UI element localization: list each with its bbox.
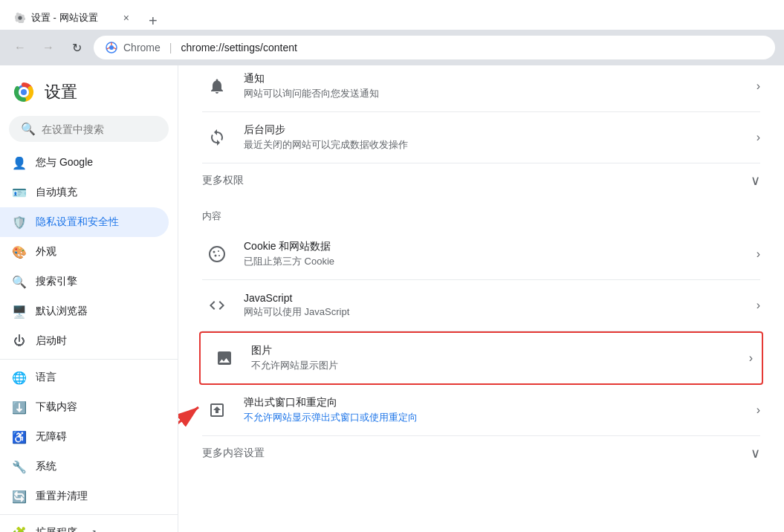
svg-point-1 bbox=[109, 45, 114, 50]
svg-point-6 bbox=[21, 89, 27, 95]
popups-subtitle: 不允许网站显示弹出式窗口或使用重定向 bbox=[244, 411, 751, 424]
sidebar-item-reset[interactable]: 🔄 重置并清理 bbox=[0, 481, 178, 511]
background-sync-subtitle: 最近关闭的网站可以完成数据收发操作 bbox=[244, 138, 751, 152]
javascript-text: JavaScript 网站可以使用 JavaScript bbox=[244, 292, 751, 319]
address-divider: | bbox=[169, 42, 172, 53]
palette-icon: 🎨 bbox=[12, 244, 27, 259]
svg-point-9 bbox=[218, 250, 219, 252]
shield-icon: 🛡️ bbox=[12, 215, 27, 230]
background-sync-text: 后台同步 最近关闭的网站可以完成数据收发操作 bbox=[244, 123, 751, 152]
notifications-title: 通知 bbox=[244, 72, 751, 85]
sidebar-item-search[interactable]: 🔍 搜索引擎 bbox=[0, 267, 178, 296]
external-link-icon: ↗ bbox=[89, 528, 97, 532]
images-subtitle: 不允许网站显示图片 bbox=[251, 359, 743, 372]
background-sync-title: 后台同步 bbox=[244, 123, 751, 137]
popups-title: 弹出式窗口和重定向 bbox=[244, 396, 751, 409]
sidebar: 设置 🔍 👤 您与 Google 🪪 自动填充 🛡️ 隐私设置和安全性 bbox=[0, 65, 178, 532]
sync-icon bbox=[208, 129, 226, 146]
active-tab[interactable]: 设置 - 网站设置 × bbox=[6, 6, 140, 30]
sidebar-item-system[interactable]: 🔧 系统 bbox=[0, 452, 178, 481]
sidebar-item-profile[interactable]: 👤 您与 Google bbox=[0, 148, 178, 178]
more-permissions-chevron: ∨ bbox=[751, 172, 760, 189]
cookie-icon bbox=[208, 245, 226, 263]
javascript-item[interactable]: JavaScript 网站可以使用 JavaScript › bbox=[202, 280, 760, 331]
sidebar-label-browser: 默认浏览器 bbox=[36, 305, 88, 318]
settings-header: 设置 bbox=[0, 71, 178, 116]
content-section: 通知 网站可以询问能否向您发送通知 › 后台同步 最近关闭的网站可以完成数据收发… bbox=[178, 65, 784, 470]
sidebar-item-language[interactable]: 🌐 语言 bbox=[0, 363, 178, 392]
chrome-icon bbox=[106, 42, 117, 53]
address-url: chrome://settings/content bbox=[181, 42, 297, 53]
address-protocol: Chrome bbox=[123, 42, 161, 53]
new-tab-button[interactable]: + bbox=[143, 13, 163, 30]
search-bar[interactable]: 🔍 bbox=[9, 116, 169, 142]
notifications-item[interactable]: 通知 网站可以询问能否向您发送通知 › bbox=[202, 65, 760, 112]
svg-point-11 bbox=[218, 255, 220, 256]
sidebar-item-appearance[interactable]: 🎨 外观 bbox=[0, 237, 178, 267]
main-content: 通知 网站可以询问能否向您发送通知 › 后台同步 最近关闭的网站可以完成数据收发… bbox=[178, 65, 784, 532]
sidebar-label-privacy: 隐私设置和安全性 bbox=[36, 215, 119, 229]
address-bar: ← → ↻ Chrome | chrome://settings/content bbox=[0, 30, 784, 65]
person-icon: 👤 bbox=[12, 155, 27, 170]
tab-close-button[interactable]: × bbox=[122, 10, 131, 25]
sidebar-label-language: 语言 bbox=[36, 371, 56, 384]
cookies-text: Cookie 和网站数据 已阻止第三方 Cookie bbox=[244, 240, 751, 268]
address-field[interactable]: Chrome | chrome://settings/content bbox=[94, 36, 775, 59]
content-label: 内容 bbox=[202, 210, 221, 221]
more-content-label: 更多内容设置 bbox=[202, 447, 265, 460]
tab-bar: 设置 - 网站设置 × + bbox=[0, 0, 784, 30]
content-section-header: 内容 bbox=[202, 198, 760, 229]
image-icon-container bbox=[210, 343, 239, 373]
back-button[interactable]: ← bbox=[9, 36, 31, 59]
images-text: 图片 不允许网站显示图片 bbox=[251, 344, 743, 372]
download-icon: ⬇️ bbox=[12, 400, 27, 415]
more-content-section[interactable]: 更多内容设置 ∨ bbox=[202, 436, 760, 470]
sidebar-item-privacy[interactable]: 🛡️ 隐私设置和安全性 bbox=[0, 207, 169, 237]
search-engine-icon: 🔍 bbox=[12, 274, 27, 289]
sidebar-label-accessibility: 无障碍 bbox=[36, 430, 67, 444]
popups-item[interactable]: 弹出式窗口和重定向 不允许网站显示弹出式窗口或使用重定向 › bbox=[202, 385, 760, 436]
popups-text: 弹出式窗口和重定向 不允许网站显示弹出式窗口或使用重定向 bbox=[244, 396, 751, 424]
more-permissions-section[interactable]: 更多权限 ∨ bbox=[202, 163, 760, 198]
sidebar-item-extensions[interactable]: 🧩 扩展程序 ↗ bbox=[0, 518, 178, 532]
red-arrow-annotation bbox=[178, 392, 217, 437]
code-icon bbox=[208, 296, 226, 314]
background-sync-item[interactable]: 后台同步 最近关闭的网站可以完成数据收发操作 › bbox=[202, 112, 760, 163]
sidebar-label-appearance: 外观 bbox=[36, 245, 56, 259]
tab-icon bbox=[15, 13, 25, 23]
sidebar-item-downloads[interactable]: ⬇️ 下载内容 bbox=[0, 392, 178, 422]
cookies-title: Cookie 和网站数据 bbox=[244, 240, 751, 253]
sidebar-label-search: 搜索引擎 bbox=[36, 275, 77, 288]
images-title: 图片 bbox=[251, 344, 743, 357]
sidebar-label-autofill: 自动填充 bbox=[36, 186, 77, 199]
sidebar-item-browser[interactable]: 🖥️ 默认浏览器 bbox=[0, 296, 178, 326]
search-input[interactable] bbox=[42, 123, 157, 135]
images-item[interactable]: 图片 不允许网站显示图片 › bbox=[199, 331, 763, 385]
cookies-item[interactable]: Cookie 和网站数据 已阻止第三方 Cookie › bbox=[202, 229, 760, 280]
refresh-button[interactable]: ↻ bbox=[65, 36, 88, 59]
forward-button[interactable]: → bbox=[37, 36, 59, 59]
sidebar-item-accessibility[interactable]: ♿ 无障碍 bbox=[0, 422, 178, 452]
bell-icon-container bbox=[202, 71, 232, 101]
images-chevron: › bbox=[749, 351, 753, 365]
cookie-icon-container bbox=[202, 239, 232, 269]
sidebar-nav: 👤 您与 Google 🪪 自动填充 🛡️ 隐私设置和安全性 🎨 外观 🔍 搜 bbox=[0, 148, 178, 532]
sync-icon-container bbox=[202, 123, 232, 152]
sidebar-label-downloads: 下载内容 bbox=[36, 400, 77, 414]
javascript-title: JavaScript bbox=[244, 292, 751, 304]
sidebar-item-startup[interactable]: ⏻ 启动时 bbox=[0, 326, 178, 356]
javascript-chevron: › bbox=[757, 299, 760, 312]
autofill-icon: 🪪 bbox=[12, 185, 27, 200]
bell-icon bbox=[208, 77, 226, 95]
search-icon: 🔍 bbox=[21, 122, 36, 136]
notifications-text: 通知 网站可以询问能否向您发送通知 bbox=[244, 72, 751, 100]
sidebar-label-system: 系统 bbox=[36, 460, 56, 473]
svg-point-7 bbox=[210, 247, 224, 262]
image-icon bbox=[216, 349, 233, 367]
power-icon: ⏻ bbox=[12, 334, 27, 348]
sidebar-label-startup: 启动时 bbox=[36, 334, 67, 348]
sidebar-item-autofill[interactable]: 🪪 自动填充 bbox=[0, 178, 178, 207]
code-icon-container bbox=[202, 291, 232, 320]
cookies-subtitle: 已阻止第三方 Cookie bbox=[244, 255, 751, 268]
tab-title: 设置 - 网站设置 bbox=[31, 11, 116, 25]
